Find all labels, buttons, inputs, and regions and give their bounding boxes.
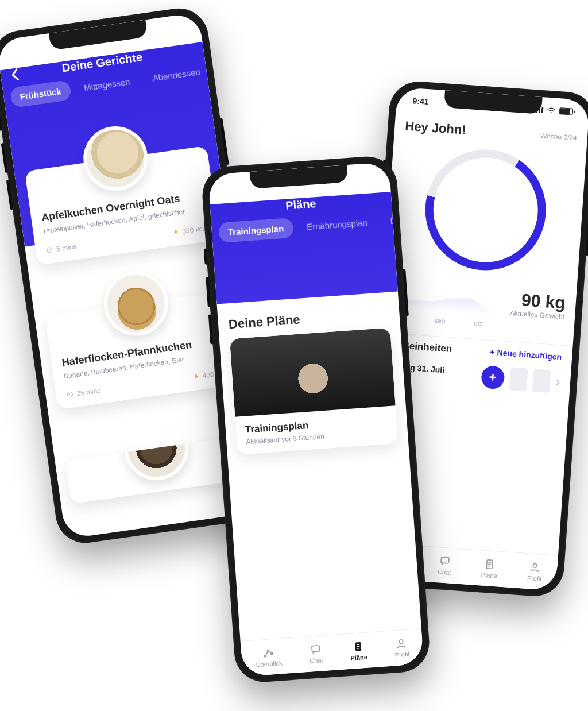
dish-time: 25 mins — [76, 387, 102, 398]
nav-plans[interactable]: Pläne — [350, 640, 368, 662]
tab-dinner[interactable]: Abendessen — [142, 60, 211, 90]
clock-icon — [46, 246, 54, 254]
dish-time: 5 mins — [56, 242, 77, 253]
plans-header: Pläne Trainingsplan Ernährungsplan Datei… — [210, 192, 397, 304]
ring-value: 3.2 kg — [457, 201, 514, 227]
plan-card[interactable]: Trainingsplan Aktualisiert vor 3 Stunden — [230, 328, 398, 455]
tab-breakfast[interactable]: Frühstück — [9, 80, 71, 108]
tab-training[interactable]: Trainingsplan — [218, 218, 294, 243]
nav-label: Chat — [438, 568, 451, 576]
status-time: 9:41 — [225, 180, 241, 191]
plan-image — [230, 328, 396, 417]
nav-label: Profil — [527, 574, 542, 582]
nav-label: Profil — [394, 651, 409, 659]
svg-point-12 — [399, 640, 403, 644]
svg-point-4 — [264, 655, 266, 657]
add-photo-button[interactable]: + — [481, 365, 505, 390]
wifi-icon — [547, 107, 556, 114]
nav-chat[interactable]: Chat — [308, 643, 323, 664]
week-label: Woche 7/24 — [540, 132, 578, 142]
ring-label: Du hast abgenommen — [450, 192, 524, 206]
nav-profile[interactable]: Profil — [527, 561, 543, 582]
svg-rect-7 — [311, 646, 319, 652]
nav-profile[interactable]: Profil — [394, 637, 409, 659]
svg-point-0 — [162, 32, 163, 33]
greeting: Hey John! — [405, 118, 467, 137]
chevron-right-icon[interactable]: › — [555, 374, 560, 389]
battery-icon — [170, 24, 184, 32]
section-title: Deine Pläne — [228, 306, 389, 332]
battery-icon — [359, 172, 374, 180]
svg-point-3 — [351, 179, 353, 180]
phone-plans: 9:41 Pläne Trainingsplan Ernährungsplan … — [200, 154, 431, 684]
photo-thumb[interactable] — [532, 369, 551, 393]
nav-overview[interactable]: Überblick — [255, 646, 283, 668]
nav-plans[interactable]: Pläne — [481, 558, 498, 579]
wifi-icon — [347, 173, 357, 181]
plans-icon — [352, 640, 364, 652]
chat-icon — [439, 555, 451, 567]
status-time: 9:41 — [13, 44, 30, 56]
profile-icon — [529, 561, 541, 573]
plans-content[interactable]: Deine Pläne Trainingsplan Aktualisiert v… — [217, 291, 409, 465]
tab-bar: Überblick Chat Pläne Profil — [241, 628, 424, 677]
dish-image — [120, 435, 192, 485]
flame-icon — [192, 373, 200, 381]
status-icons — [144, 24, 184, 36]
nav-label: Chat — [310, 656, 323, 664]
plans-icon — [483, 558, 496, 570]
tab-lunch[interactable]: Mittagessen — [74, 70, 141, 99]
svg-point-13 — [551, 112, 552, 113]
clock-icon — [66, 391, 74, 399]
svg-rect-17 — [441, 557, 449, 563]
month-tick: sep — [434, 316, 446, 325]
nav-label: Pläne — [350, 654, 368, 662]
chat-icon — [310, 643, 322, 655]
tab-nutrition[interactable]: Ernährungsplan — [297, 212, 377, 238]
svg-point-22 — [533, 563, 537, 567]
nav-chat[interactable]: Chat — [438, 555, 452, 576]
profile-icon — [395, 637, 407, 650]
nav-label: Pläne — [481, 571, 497, 579]
month-tick: oct — [474, 319, 483, 328]
battery-icon — [559, 107, 574, 115]
nav-label: Überblick — [256, 659, 283, 668]
svg-rect-11 — [357, 648, 359, 648]
wifi-icon — [157, 26, 168, 34]
photo-thumb[interactable] — [509, 367, 528, 391]
overview-icon — [262, 647, 274, 659]
status-time: 9:41 — [412, 96, 429, 106]
progress-ring: Du hast abgenommen 3.2 kg — [402, 126, 570, 294]
flame-icon — [172, 229, 180, 237]
dish-image — [100, 267, 172, 339]
